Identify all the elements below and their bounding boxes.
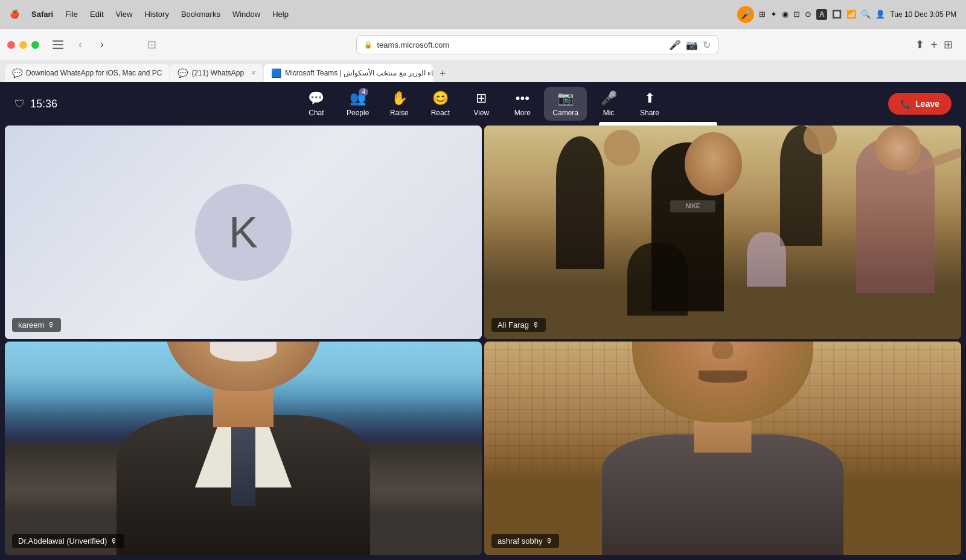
- leave-label: Leave: [915, 99, 939, 109]
- chat-icon: 💬: [308, 91, 324, 106]
- participant-cell-ashraf-sobhy: ashraf sobhy 🎙: [484, 342, 961, 555]
- view-icon: ⊞: [476, 91, 487, 106]
- svg-rect-0: [53, 40, 63, 42]
- traffic-lights: [7, 41, 39, 49]
- tab-teams-active[interactable]: 🟦 Microsoft Teams | لقاء الوزير مع منتخب…: [264, 64, 433, 82]
- camera-in-bar: 📷: [686, 39, 698, 51]
- more-label: More: [514, 109, 531, 117]
- react-label: React: [431, 109, 450, 117]
- airplay-icon[interactable]: ⊡: [793, 10, 800, 19]
- leave-button[interactable]: 📞 Leave: [888, 93, 952, 115]
- browser-toolbar: ‹ › ⊡ 🔒 teams.microsoft.com 🎤 📷 ↻ ⬆ + ⊞: [0, 29, 966, 60]
- back-button[interactable]: ‹: [72, 36, 89, 53]
- more-button[interactable]: ••• More: [503, 87, 542, 121]
- mic-button[interactable]: 🎤 Mic: [589, 87, 628, 121]
- view-label: View: [473, 109, 489, 117]
- svg-rect-2: [53, 48, 63, 49]
- browser-tabs: 💬 Download WhatsApp for iOS, Mac and PC …: [0, 60, 966, 82]
- phone-icon: 📞: [900, 99, 910, 109]
- participant-cell-ali-farag: NIKE Ali Farag 🎙: [484, 126, 961, 339]
- search-icon[interactable]: 🔍: [861, 10, 871, 19]
- tab-whatsapp-211[interactable]: 💬 (211) WhatsApp ×: [170, 64, 263, 82]
- kareem-avatar: K: [195, 184, 292, 281]
- menu-window[interactable]: Window: [232, 10, 260, 19]
- camera-button[interactable]: 📷 Camera: [544, 87, 587, 121]
- share-browser-icon[interactable]: ⬆: [915, 38, 924, 51]
- sidebar-toggle-button[interactable]: [49, 38, 67, 51]
- ali-farag-name-text: Ali Farag: [497, 320, 529, 329]
- extension-icon[interactable]: 🔲: [832, 10, 842, 19]
- menu-help[interactable]: Help: [272, 10, 289, 19]
- timer-display: 15:36: [30, 98, 57, 110]
- screen-icon[interactable]: ⊞: [759, 10, 766, 19]
- react-button[interactable]: 😊 React: [421, 87, 459, 121]
- new-tab-icon[interactable]: +: [930, 38, 938, 52]
- raise-label: Raise: [390, 109, 409, 117]
- app-name[interactable]: Safari: [31, 10, 53, 19]
- close-window-button[interactable]: [7, 41, 15, 49]
- refresh-icon[interactable]: ↻: [703, 39, 711, 51]
- system-mic-icon[interactable]: 🎤: [737, 6, 754, 23]
- dr-name-text: Dr.Abdelawal (Unverified): [18, 536, 107, 546]
- ashraf-name-label: ashraf sobhy 🎙: [491, 534, 559, 548]
- lock-icon: 🔒: [364, 41, 373, 49]
- raise-button[interactable]: ✋ Raise: [380, 87, 418, 121]
- maximize-window-button[interactable]: [31, 41, 39, 49]
- forward-button[interactable]: ›: [94, 36, 110, 53]
- kareem-name-text: kareem: [18, 320, 44, 329]
- share-label: Share: [640, 109, 659, 117]
- ali-farag-name-label: Ali Farag 🎙: [491, 318, 546, 332]
- teams-header: 🛡 15:36 💬 Chat 👥 4 People ✋ Raise: [0, 82, 966, 126]
- tab-label-1: Download WhatsApp for iOS, Mac and PC: [26, 69, 162, 77]
- mic-label: Mic: [603, 109, 615, 117]
- tabs-overview-icon[interactable]: ⊞: [944, 38, 953, 51]
- new-tab-button[interactable]: +: [434, 65, 451, 82]
- more-icon: •••: [516, 91, 529, 106]
- kareem-mic-icon: 🎙: [48, 321, 55, 329]
- url-text: teams.microsoft.com: [377, 40, 450, 49]
- dr-name-label: Dr.Abdelawal (Unverified) 🎙: [12, 534, 124, 548]
- view-button[interactable]: ⊞ View: [462, 87, 501, 121]
- font-icon[interactable]: A: [816, 9, 827, 20]
- participant-cell-dr-abdelawal: Dr.Abdelawal (Unverified) 🎙: [5, 342, 482, 555]
- bluetooth-icon[interactable]: ✦: [770, 10, 777, 19]
- avatar-wrapper: K: [195, 184, 292, 281]
- shield-icon: 🛡: [14, 98, 25, 110]
- close-tab-2[interactable]: ×: [251, 69, 255, 77]
- meeting-timer: 🛡 15:36: [14, 98, 57, 110]
- ali-mic-icon: 🎙: [533, 321, 540, 329]
- share-button[interactable]: ⬆ Share: [630, 87, 669, 121]
- participant-cell-kareem: K kareem 🎙: [5, 126, 482, 339]
- chat-button[interactable]: 💬 Chat: [297, 87, 336, 121]
- wifi-icon[interactable]: 📶: [846, 10, 856, 19]
- menu-view[interactable]: View: [116, 10, 133, 19]
- people-button[interactable]: 👥 4 People: [338, 87, 377, 121]
- apple-menu[interactable]: 🍎: [10, 10, 19, 19]
- user-icon[interactable]: 👤: [875, 10, 885, 19]
- mic-icon: 🎤: [601, 91, 617, 106]
- ashraf-mic-icon: 🎙: [546, 537, 553, 546]
- media-icon[interactable]: ⊙: [805, 10, 811, 19]
- whatsapp-icon: 💬: [12, 68, 22, 78]
- menu-history[interactable]: History: [144, 10, 168, 19]
- menubar-right-icons: 🎤 ⊞ ✦ ◉ ⊡ ⊙ A 🔲 📶 🔍 👤 Tue 10 Dec 3:05 PM: [737, 6, 956, 23]
- ali-background: NIKE: [484, 126, 961, 339]
- tab-whatsapp-download[interactable]: 💬 Download WhatsApp for iOS, Mac and PC: [5, 64, 169, 82]
- menu-file[interactable]: File: [65, 10, 78, 19]
- mic-in-bar: 🎤: [669, 39, 681, 51]
- svg-rect-1: [53, 44, 63, 45]
- page-icon: ⊡: [147, 38, 156, 51]
- menu-edit[interactable]: Edit: [90, 10, 103, 19]
- whatsapp-icon-2: 💬: [178, 68, 188, 78]
- avatar-letter: K: [229, 208, 258, 257]
- teams-icon: 🟦: [271, 68, 281, 78]
- menu-bookmarks[interactable]: Bookmarks: [181, 10, 220, 19]
- minimize-window-button[interactable]: [19, 41, 27, 49]
- video-grid: K kareem 🎙 NIK: [0, 126, 966, 560]
- network-icon[interactable]: ◉: [782, 10, 788, 19]
- chat-label: Chat: [309, 109, 324, 117]
- macos-menubar: 🍎 Safari File Edit View History Bookmark…: [0, 0, 966, 29]
- browser-chrome: ‹ › ⊡ 🔒 teams.microsoft.com 🎤 📷 ↻ ⬆ + ⊞: [0, 29, 966, 82]
- address-bar[interactable]: 🔒 teams.microsoft.com 🎤 📷 ↻: [356, 35, 718, 54]
- dr-mic-icon: 🎙: [110, 537, 118, 546]
